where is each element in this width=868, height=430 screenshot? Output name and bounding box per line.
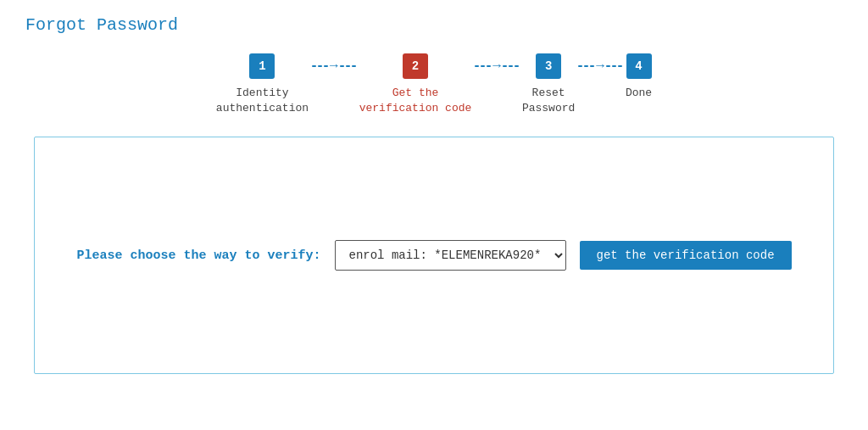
- verify-method-select[interactable]: enrol mail: *ELEMENREKA920*: [335, 240, 566, 271]
- step-1-circle: 1: [249, 53, 275, 79]
- dot: [606, 65, 610, 67]
- dot: [515, 65, 519, 67]
- connector-2-3: →: [475, 53, 519, 98]
- dot: [352, 65, 356, 67]
- dot: [509, 65, 513, 67]
- dot: [324, 65, 328, 67]
- dot: [487, 65, 491, 67]
- step-3-label: ResetPassword: [522, 86, 575, 116]
- content-box: Please choose the way to verify: enrol m…: [34, 137, 834, 374]
- dot: [475, 65, 479, 67]
- step-2-label: Get theverification code: [359, 86, 472, 116]
- dot: [312, 65, 316, 67]
- step-2: 2 Get theverification code: [359, 53, 472, 116]
- step-1: 1 Identityauthentication: [216, 53, 309, 116]
- page-title: Forgot Password: [25, 15, 843, 35]
- dot: [618, 65, 622, 67]
- verify-label: Please choose the way to verify:: [76, 249, 320, 263]
- dot: [503, 65, 507, 67]
- step-1-label: Identityauthentication: [216, 86, 309, 116]
- step-3: 3 ResetPassword: [522, 53, 575, 116]
- step-2-circle: 2: [403, 53, 428, 79]
- dot: [340, 65, 344, 67]
- dot: [612, 65, 616, 67]
- arrow-icon: →: [596, 53, 604, 79]
- dot: [584, 65, 588, 67]
- page-container: Forgot Password 1 Identityauthentication…: [0, 0, 868, 389]
- arrow-icon: →: [330, 53, 338, 79]
- arrow-icon: →: [492, 53, 501, 79]
- step-4: 4 Done: [626, 53, 652, 101]
- dot: [318, 65, 322, 67]
- dot: [346, 65, 350, 67]
- dot: [590, 65, 594, 67]
- dot: [481, 65, 485, 67]
- step-4-label: Done: [626, 86, 652, 101]
- get-verification-code-button[interactable]: get the verification code: [580, 241, 792, 270]
- step-4-circle: 4: [626, 53, 652, 79]
- connector-3-4: →: [578, 53, 622, 98]
- step-3-circle: 3: [536, 53, 561, 79]
- verify-form: Please choose the way to verify: enrol m…: [76, 240, 791, 271]
- dot: [578, 65, 582, 67]
- stepper: 1 Identityauthentication → 2: [25, 53, 843, 116]
- connector-1-2: →: [312, 53, 356, 98]
